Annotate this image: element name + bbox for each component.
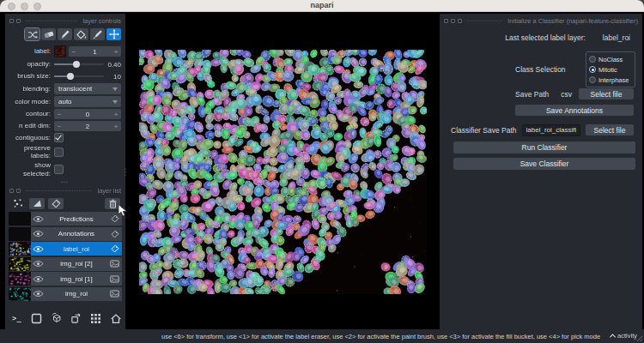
layer-row-img-roi-2[interactable]: img_roi [2]: [9, 257, 122, 271]
activity-button[interactable]: activity: [609, 332, 637, 340]
fill-bucket-button[interactable]: [74, 28, 88, 40]
label-row: label: − 1 +: [9, 45, 121, 57]
home-reset-view-button[interactable]: [108, 311, 123, 325]
transpose-dimensions-button[interactable]: [69, 311, 83, 325]
dock-grip-handle[interactable]: ⋮: [121, 170, 130, 174]
hide-panel-icon[interactable]: [458, 19, 462, 23]
float-panel-icon[interactable]: [9, 19, 14, 23]
visibility-toggle[interactable]: [31, 245, 46, 253]
select-file-button[interactable]: Select file: [586, 124, 634, 135]
grid-view-button[interactable]: [88, 311, 103, 325]
show-selected-checkbox[interactable]: [54, 165, 64, 174]
ndisplay-toggle-button[interactable]: [29, 311, 44, 325]
preserve-labels-label: preserve labels:: [9, 144, 54, 159]
radio-mitotic[interactable]: Mitotic: [589, 65, 632, 74]
brush-size-label: brush size:: [9, 72, 54, 80]
select-file-button[interactable]: Select file: [579, 88, 634, 99]
increment-icon[interactable]: +: [111, 48, 121, 56]
shuffle-colors-icon: [27, 31, 38, 39]
hide-panel-icon[interactable]: [16, 19, 21, 23]
radio-label: NoClass: [598, 56, 623, 63]
hide-panel-icon[interactable]: [16, 189, 21, 193]
close-panel-icon[interactable]: [444, 19, 448, 23]
radio-noclass[interactable]: NoClass: [589, 55, 632, 63]
visibility-toggle[interactable]: [31, 275, 46, 283]
layer-name: img_roi [1]: [46, 275, 107, 283]
n-edit-dim-spinbox[interactable]: − 2 +: [54, 121, 121, 131]
float-panel-icon[interactable]: [451, 19, 455, 23]
eye-icon: [33, 245, 44, 253]
decrement-icon[interactable]: −: [69, 48, 79, 56]
label-eraser-button[interactable]: [41, 28, 56, 40]
image-icon: [110, 275, 119, 283]
color-mode-row: color mode: auto: [9, 96, 121, 107]
contour-spinbox[interactable]: − 0 +: [54, 109, 121, 119]
brush-size-slider[interactable]: [54, 71, 104, 81]
console-icon: >_: [12, 314, 21, 322]
viewer-toolbar: >_: [9, 311, 123, 325]
opacity-slider[interactable]: [54, 59, 104, 69]
paintbrush-icon: [60, 30, 70, 39]
visibility-toggle[interactable]: [31, 230, 46, 238]
layer-row-img-roi[interactable]: img_roi: [9, 287, 122, 301]
console-button[interactable]: >_: [9, 311, 24, 325]
preserve-labels-checkbox[interactable]: [54, 147, 64, 157]
paint-brush-button[interactable]: [58, 28, 72, 40]
radio-icon[interactable]: [589, 76, 596, 83]
napari-window: napari layer controls: [0, 0, 644, 343]
radio-interphase[interactable]: Interphase: [589, 75, 632, 84]
home-icon: [110, 313, 122, 324]
visibility-toggle[interactable]: [31, 260, 46, 268]
n-edit-dim-value: 2: [64, 123, 111, 130]
float-panel-icon[interactable]: [9, 189, 14, 193]
blending-value: translucent: [58, 85, 92, 93]
color-mode-value: auto: [58, 98, 72, 105]
shuffle-colors-button[interactable]: [25, 28, 39, 40]
roll-dimensions-button[interactable]: [49, 311, 64, 325]
decrement-icon[interactable]: −: [54, 123, 64, 130]
increment-icon[interactable]: +: [111, 123, 121, 130]
square-2d-icon: [31, 313, 42, 324]
cell-segmentation-image[interactable]: [139, 50, 427, 294]
pan-zoom-button[interactable]: [106, 28, 121, 40]
plugin-header: Initialize a Classifier (napari-feature-…: [440, 14, 642, 26]
classifier-save-path-input[interactable]: [522, 124, 580, 136]
visibility-toggle[interactable]: [31, 290, 46, 298]
layer-row-label-roi[interactable]: label_roi: [9, 242, 122, 256]
layer-row-annotations[interactable]: Annotations: [9, 227, 122, 241]
color-mode-dropdown[interactable]: auto: [54, 96, 121, 107]
last-selected-value: label_roi: [603, 33, 630, 42]
save-classifier-button[interactable]: Save Classifier: [453, 158, 635, 170]
layer-thumbnail: [9, 212, 31, 226]
image-icon: [110, 290, 119, 298]
layer-row-img-roi-1[interactable]: img_roi [1]: [9, 272, 122, 286]
label-spinbox[interactable]: − 1 +: [69, 46, 121, 57]
layer-controls-title: layer controls: [82, 17, 121, 25]
contiguous-checkbox[interactable]: [54, 133, 64, 142]
run-classifier-button[interactable]: Run Classifier: [453, 141, 635, 153]
increment-icon[interactable]: +: [111, 111, 121, 118]
shapes-icon: [33, 199, 42, 208]
decrement-icon[interactable]: −: [54, 111, 64, 118]
radio-selected-icon[interactable]: [589, 66, 596, 73]
save-annotations-button[interactable]: Save Annotations: [515, 105, 634, 116]
new-points-layer-button[interactable]: [10, 198, 26, 209]
blending-label: blending:: [9, 85, 54, 93]
panel-header-divider: [26, 190, 92, 191]
class-selection-group: NoClass Mitotic Interphase: [586, 51, 635, 87]
brush-size-row: brush size: 10: [9, 71, 121, 81]
resize-grip[interactable]: [636, 335, 643, 342]
viewer-canvas-area[interactable]: [125, 12, 440, 329]
visibility-toggle[interactable]: [31, 215, 46, 223]
blending-dropdown[interactable]: translucent: [54, 83, 121, 94]
label-color-swatch[interactable]: [54, 45, 66, 57]
show-selected-label: show selected:: [9, 161, 54, 177]
layer-row-predictions[interactable]: Predictions: [9, 212, 122, 226]
radio-icon[interactable]: [589, 56, 596, 63]
contiguous-label: contiguous:: [9, 134, 54, 141]
new-labels-layer-button[interactable]: [48, 198, 64, 209]
contour-row: contour: − 0 +: [9, 109, 121, 119]
n-edit-dim-row: n edit dim: − 2 +: [9, 121, 121, 131]
new-shapes-layer-button[interactable]: [29, 198, 45, 209]
pick-mode-button[interactable]: [90, 28, 105, 40]
